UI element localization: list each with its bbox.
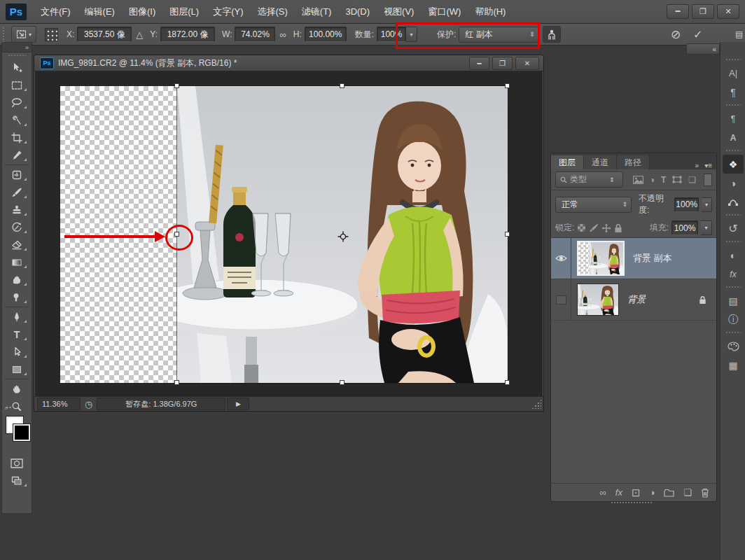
type-tool[interactable]: T — [2, 326, 32, 343]
lock-all-icon[interactable] — [614, 223, 622, 233]
styles-panel-icon[interactable]: fx — [720, 265, 745, 284]
transform-handle-top-center[interactable] — [340, 83, 344, 88]
dock-grip[interactable] — [725, 214, 741, 217]
gradient-tool[interactable] — [2, 253, 32, 271]
opacity-input[interactable]: 100% — [674, 197, 699, 212]
menu-image[interactable]: 图像(I) — [122, 0, 162, 23]
new-adjustment-layer-icon[interactable]: ◑ — [649, 487, 655, 498]
smudge-tool[interactable] — [2, 271, 32, 288]
fill-dropdown-button[interactable]: ▾ — [701, 220, 712, 235]
reference-point-locator[interactable] — [45, 28, 58, 41]
transform-handle-top-right[interactable] — [505, 83, 510, 88]
opacity-dropdown-button[interactable]: ▾ — [702, 197, 712, 212]
filter-type-layers-icon[interactable]: T — [661, 175, 666, 185]
y-input[interactable]: 1872.00 像 — [160, 27, 215, 42]
toolbar-grip[interactable] — [8, 54, 26, 57]
panel-resize-grip[interactable] — [611, 501, 653, 505]
filter-shape-layers-icon[interactable] — [672, 176, 682, 183]
default-swap-colors-icons[interactable] — [5, 405, 11, 412]
menu-select[interactable]: 选择(S) — [250, 0, 294, 23]
layer-row-background[interactable]: 背景 — [551, 279, 716, 321]
panel-collapse-icon[interactable]: » — [695, 162, 699, 169]
document-close-button[interactable]: ✕ — [515, 57, 539, 70]
app-close-button[interactable]: ✕ — [717, 4, 739, 19]
dock-grip[interactable] — [725, 58, 741, 62]
dock-collapse-button[interactable]: « — [686, 43, 720, 55]
dock-grip[interactable] — [725, 331, 741, 335]
transform-handle-middle-right[interactable] — [505, 232, 510, 237]
status-options-button[interactable]: ▶ — [227, 398, 249, 410]
amount-input[interactable]: 100% — [377, 27, 406, 42]
menu-type[interactable]: 文字(Y) — [206, 0, 250, 23]
zoom-level-field[interactable]: 11.36% — [37, 398, 81, 410]
channels-panel-icon[interactable]: ◑ — [720, 174, 745, 192]
h-input[interactable]: 100.00% — [305, 27, 347, 42]
relative-positioning-icon[interactable]: △ — [136, 29, 143, 40]
document-maximize-button[interactable]: ❐ — [492, 57, 513, 70]
lock-transparency-icon[interactable] — [577, 223, 586, 232]
move-tool[interactable] — [2, 59, 32, 76]
add-mask-icon[interactable]: ⊡ — [632, 486, 641, 499]
fill-input[interactable]: 100% — [671, 220, 698, 235]
menu-window[interactable]: 窗口(W) — [421, 0, 468, 23]
document-title-bar[interactable]: Ps IMG_9891.CR2 @ 11.4% (背景 副本, RGB/16) … — [34, 55, 543, 71]
crop-tool[interactable] — [2, 129, 32, 146]
transform-handle-bottom-right[interactable] — [505, 380, 510, 385]
layer-style-icon[interactable]: fx — [615, 487, 622, 498]
lock-pixels-icon[interactable] — [589, 223, 599, 232]
tool-preset-picker[interactable]: ▾ — [11, 26, 36, 43]
layers-panel-icon[interactable]: ❖ — [723, 155, 744, 174]
blend-mode-select[interactable]: 正常 ⇕ — [555, 197, 632, 213]
protect-channel-select[interactable]: 红 副本 ⇕ — [459, 27, 538, 43]
dock-grip[interactable] — [725, 104, 741, 107]
layer-row-background-copy[interactable]: 背景 副本 — [551, 238, 716, 279]
delete-layer-icon[interactable] — [701, 488, 709, 498]
tab-paths[interactable]: 路径 — [617, 155, 650, 169]
menu-help[interactable]: 帮助(H) — [468, 0, 513, 23]
visibility-toggle[interactable] — [551, 279, 571, 320]
history-brush-tool[interactable] — [2, 218, 32, 236]
rectangle-tool[interactable] — [2, 360, 32, 378]
menu-layer[interactable]: 图层(L) — [162, 0, 206, 23]
x-input[interactable]: 3537.50 像 — [77, 27, 132, 42]
cancel-transform-icon[interactable]: ⊘ — [671, 27, 681, 42]
filter-adjustment-layers-icon[interactable]: ◑ — [650, 175, 655, 185]
menu-file[interactable]: 文件(F) — [34, 0, 78, 23]
eyedropper-tool[interactable] — [2, 146, 32, 164]
paths-panel-icon[interactable] — [720, 192, 745, 211]
commit-transform-icon[interactable]: ✓ — [693, 28, 702, 41]
eraser-tool[interactable] — [2, 236, 32, 253]
paragraph-styles-panel-icon[interactable]: ¶ — [720, 109, 745, 128]
window-resize-grip[interactable] — [531, 399, 541, 409]
transform-handle-middle-left[interactable] — [174, 232, 179, 237]
transform-handle-bottom-left[interactable] — [174, 380, 179, 385]
document-minimize-button[interactable]: ━ — [469, 57, 489, 70]
menu-3d[interactable]: 3D(D) — [338, 0, 377, 23]
link-layers-icon[interactable]: ∞ — [600, 487, 606, 498]
dock-grip[interactable] — [725, 149, 741, 153]
transform-handle-bottom-center[interactable] — [340, 380, 344, 385]
new-layer-icon[interactable]: ❏ — [683, 487, 692, 498]
layer-name[interactable]: 背景 — [627, 293, 646, 306]
quick-mask-button[interactable] — [2, 454, 32, 472]
paragraph-panel-icon[interactable]: ¶ — [720, 83, 745, 102]
amount-dropdown-button[interactable]: ▾ — [406, 27, 417, 42]
filter-toggle-switch[interactable] — [704, 174, 712, 186]
options-bar-grip[interactable] — [2, 27, 6, 42]
menu-filter[interactable]: 滤镜(T) — [295, 0, 339, 23]
quick-selection-tool[interactable] — [2, 111, 32, 129]
menu-view[interactable]: 视图(V) — [377, 0, 421, 23]
photo-layer[interactable] — [177, 86, 508, 383]
transform-center-target-icon[interactable] — [337, 230, 349, 243]
background-color-swatch[interactable] — [13, 424, 30, 441]
brush-tool[interactable] — [2, 183, 32, 201]
visibility-toggle[interactable] — [551, 238, 571, 279]
hand-tool[interactable] — [2, 380, 32, 398]
lock-position-icon[interactable] — [601, 223, 611, 233]
menu-edit[interactable]: 编辑(E) — [78, 0, 122, 23]
info-panel-icon[interactable]: ⓘ — [720, 310, 745, 329]
path-selection-tool[interactable] — [2, 343, 32, 360]
protect-skin-tones-button[interactable] — [543, 26, 561, 43]
spot-healing-brush-tool[interactable] — [2, 166, 32, 183]
filter-pixel-layers-icon[interactable] — [633, 176, 643, 184]
